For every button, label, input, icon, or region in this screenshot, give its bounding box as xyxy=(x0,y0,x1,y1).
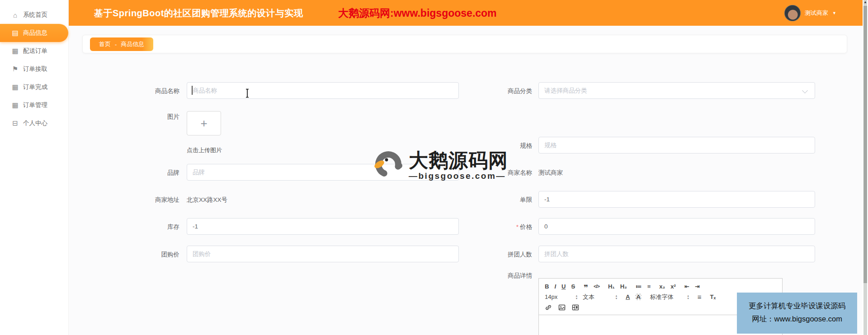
image-label: 图片 xyxy=(107,113,179,121)
bullet-list-icon[interactable]: ≡ xyxy=(647,284,651,289)
font-size-picker[interactable]: 14px ▴▾ xyxy=(545,293,577,300)
breadcrumb[interactable]: 首页 - 商品信息 xyxy=(90,37,153,51)
price-label: *价格 xyxy=(460,223,532,231)
group-people-label: 拼团人数 xyxy=(460,251,532,259)
link-icon[interactable] xyxy=(545,304,552,311)
merchant-name-value: 测试商家 xyxy=(538,169,563,177)
window-icon: ⊟ xyxy=(11,119,19,127)
group-price-label: 团购价 xyxy=(107,251,179,259)
breadcrumb-separator: - xyxy=(115,41,117,48)
sidebar-item-order-manage[interactable]: ▦ 订单管理 xyxy=(0,96,68,114)
sidebar-item-delivery-orders[interactable]: ▦ 配送订单 xyxy=(0,42,68,60)
blockquote-icon[interactable]: ❞ xyxy=(584,284,588,292)
clean-format-icon[interactable]: Tₓ xyxy=(710,294,716,300)
picker-arrows-icon: ▴▾ xyxy=(616,294,617,299)
product-name-input[interactable] xyxy=(187,82,459,99)
grid-icon: ▦ xyxy=(11,101,19,109)
brand-input[interactable] xyxy=(187,164,459,181)
ordered-list-icon[interactable]: ≔ xyxy=(636,284,642,289)
picker-arrows-icon: ▴▾ xyxy=(688,294,689,299)
category-label: 商品分类 xyxy=(460,87,532,95)
merchant-name-label: 商家名称 xyxy=(460,169,532,177)
background-color-icon[interactable]: A xyxy=(635,293,641,300)
sidebar-item-label: 订单管理 xyxy=(23,101,47,109)
sidebar-item-label: 订单接取 xyxy=(23,65,47,73)
chevron-down-icon: ▼ xyxy=(832,11,836,15)
grid-icon: ▦ xyxy=(11,47,19,55)
spec-label: 规格 xyxy=(460,142,532,150)
plus-icon: + xyxy=(200,116,207,130)
sidebar-item-goods-info[interactable]: ▤ 商品信息 xyxy=(0,24,68,42)
sidebar-item-label: 系统首页 xyxy=(23,11,47,19)
app-header: 基于SpringBoot的社区团购管理系统的设计与实现 大鹅源码网:www.bi… xyxy=(69,0,863,26)
image-icon[interactable] xyxy=(558,304,566,311)
page: 基于SpringBoot的社区团购管理系统的设计与实现 大鹅源码网:www.bi… xyxy=(0,0,868,335)
align-icon[interactable]: ≡ xyxy=(698,293,702,300)
flag-icon: ⚑ xyxy=(11,65,19,73)
sidebar-item-order-accept[interactable]: ⚑ 订单接取 xyxy=(0,60,68,78)
sidebar: ⌂ 系统首页 ▤ 商品信息 ▦ 配送订单 ⚑ 订单接取 ▦ 订单完成 ▦ 订单管… xyxy=(0,0,69,335)
stock-label: 库存 xyxy=(107,223,179,231)
image-upload-button[interactable]: + xyxy=(187,111,221,135)
header2-icon[interactable]: H₂ xyxy=(620,284,627,289)
sidebar-item-personal-center[interactable]: ⊟ 个人中心 xyxy=(0,114,68,132)
sidebar-item-label: 订单完成 xyxy=(23,83,47,91)
promo-line2: 网址：www.bigsgoose.com xyxy=(737,312,857,326)
code-icon[interactable]: </> xyxy=(594,284,599,289)
merchant-address-value: 北京XX路XX号 xyxy=(187,196,227,204)
upload-hint: 点击上传图片 xyxy=(187,146,222,154)
header-watermark-text: 大鹅源码网:www.bigsgoose.com xyxy=(338,6,497,20)
user-name: 测试商家 xyxy=(805,9,828,17)
bold-icon[interactable]: B xyxy=(545,284,549,289)
text-style-picker[interactable]: 文本 ▴▾ xyxy=(583,293,617,301)
strikethrough-icon[interactable]: S xyxy=(571,284,575,289)
sidebar-item-label: 个人中心 xyxy=(23,119,47,127)
category-select[interactable] xyxy=(538,82,815,99)
subscript-icon[interactable]: x₂ xyxy=(659,284,665,289)
picker-arrows-icon: ▴▾ xyxy=(576,294,577,299)
required-asterisk: * xyxy=(516,223,519,230)
app-title: 基于SpringBoot的社区团购管理系统的设计与实现 xyxy=(94,7,303,19)
home-icon: ⌂ xyxy=(11,11,19,19)
detail-label: 商品详情 xyxy=(460,272,532,280)
product-name-label: 商品名称 xyxy=(107,87,179,95)
price-input[interactable] xyxy=(538,218,815,235)
video-icon[interactable] xyxy=(572,304,579,311)
unit-limit-input[interactable] xyxy=(538,191,815,208)
scrollbar-thumb[interactable] xyxy=(863,6,867,283)
indent-icon[interactable]: ⇥ xyxy=(695,284,700,289)
brand-label: 品牌 xyxy=(107,169,179,177)
avatar[interactable] xyxy=(784,5,801,21)
stock-input[interactable] xyxy=(187,218,459,235)
sidebar-item-home[interactable]: ⌂ 系统首页 xyxy=(0,6,68,24)
promo-overlay: 更多计算机专业毕设课设源码 网址：www.bigsgoose.com xyxy=(737,293,857,334)
spec-input[interactable] xyxy=(538,137,815,154)
sidebar-item-label: 配送订单 xyxy=(23,47,47,55)
group-price-input[interactable] xyxy=(187,246,459,262)
italic-icon[interactable]: I xyxy=(554,284,556,289)
promo-line1: 更多计算机专业毕设课设源码 xyxy=(737,299,857,312)
unit-limit-label: 单限 xyxy=(460,196,532,204)
sidebar-item-label: 商品信息 xyxy=(23,29,47,37)
superscript-icon[interactable]: x² xyxy=(670,284,676,289)
grid-icon: ▦ xyxy=(11,83,19,91)
breadcrumb-home[interactable]: 首页 xyxy=(99,40,111,48)
ibeam-cursor-icon xyxy=(245,88,250,100)
merchant-address-label: 商家地址 xyxy=(107,196,179,204)
header1-icon[interactable]: H₁ xyxy=(608,284,615,289)
font-family-picker[interactable]: 标准字体 ▴▾ xyxy=(650,293,689,301)
sidebar-item-order-complete[interactable]: ▦ 订单完成 xyxy=(0,78,68,96)
text-color-icon[interactable]: A xyxy=(626,293,630,300)
briefcase-icon: ▤ xyxy=(11,29,19,37)
breadcrumb-current: 商品信息 xyxy=(121,40,144,48)
outdent-icon[interactable]: ⇤ xyxy=(684,284,689,289)
underline-icon[interactable]: U xyxy=(561,284,566,289)
breadcrumb-card: 首页 - 商品信息 xyxy=(82,35,847,53)
text-caret xyxy=(192,86,193,95)
user-menu[interactable]: 测试商家 ▼ xyxy=(784,0,836,26)
scroll-up-icon[interactable]: ▲ xyxy=(863,0,868,4)
group-people-input[interactable] xyxy=(538,246,815,262)
